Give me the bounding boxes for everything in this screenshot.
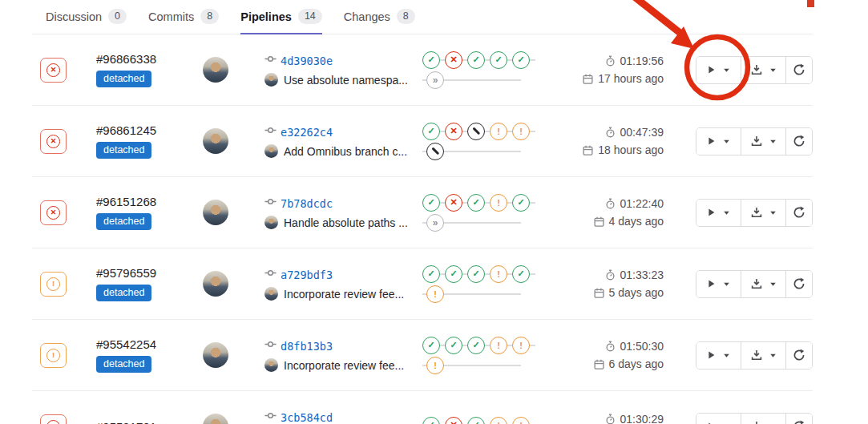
stage-success-icon[interactable]: ✓	[512, 51, 530, 69]
commit-author-avatar[interactable]	[264, 287, 278, 301]
pipeline-status-badge-warning[interactable]: !	[40, 272, 67, 297]
manual-play-button[interactable]	[696, 57, 741, 83]
stage-success-icon[interactable]: ✓	[422, 194, 440, 212]
stage-warning-icon[interactable]: !	[490, 337, 507, 354]
download-artifacts-button[interactable]	[741, 414, 786, 424]
retry-pipeline-button[interactable]	[786, 128, 812, 155]
retry-pipeline-button[interactable]	[786, 200, 812, 226]
stage-warning-icon[interactable]: !	[426, 357, 444, 374]
manual-play-button[interactable]	[696, 414, 741, 424]
stage-success-icon[interactable]: ✓	[512, 265, 530, 283]
commit-sha-link[interactable]: d8fb13b3	[281, 340, 333, 353]
stage-success-icon[interactable]: ✓	[467, 265, 485, 283]
stage-success-icon[interactable]: ✓	[422, 123, 440, 140]
stage-connector	[444, 222, 521, 224]
stage-warning-icon[interactable]: !	[490, 265, 507, 283]
stage-failed-icon[interactable]: ✕	[445, 417, 462, 424]
pipeline-id-link[interactable]: #96861245	[96, 123, 156, 137]
triggerer-avatar[interactable]	[203, 342, 228, 368]
stage-success-icon[interactable]: ✓	[467, 417, 485, 424]
tab-count-badge: 14	[298, 9, 322, 24]
commit-message-link[interactable]: Handle absolute paths ...	[284, 216, 408, 229]
commit-sha-link[interactable]: 3cb584cd	[281, 411, 333, 424]
pipeline-id-link[interactable]: #96151268	[96, 195, 156, 208]
commit-message-link[interactable]: Add Omnibus branch c...	[284, 145, 407, 158]
commit-author-avatar[interactable]	[264, 358, 278, 372]
commit-author-avatar[interactable]	[264, 144, 278, 158]
stage-success-icon[interactable]: ✓	[467, 51, 485, 69]
commit-sha-link[interactable]: a729bdf3	[281, 269, 333, 281]
stage-failed-icon[interactable]: ✕	[445, 51, 462, 69]
tab-changes[interactable]: Changes 8	[344, 0, 415, 34]
download-artifacts-button[interactable]	[741, 271, 786, 297]
pipeline-status-badge-failed[interactable]: ✕	[40, 129, 67, 154]
pipeline-status-badge-failed[interactable]: ✕	[40, 200, 67, 225]
calendar-icon	[594, 359, 604, 369]
stage-warning-icon[interactable]: !	[512, 337, 530, 354]
retry-pipeline-button[interactable]	[786, 57, 812, 83]
triggerer-avatar[interactable]	[203, 414, 228, 424]
commit-author-avatar[interactable]	[264, 216, 278, 229]
tab-pipelines[interactable]: Pipelines 14	[240, 0, 322, 34]
triggerer-avatar[interactable]	[203, 128, 228, 154]
triggerer-avatar[interactable]	[203, 200, 228, 225]
pipeline-age: 5 days ago	[609, 286, 664, 299]
download-artifacts-button[interactable]	[741, 57, 786, 83]
tab-commits[interactable]: Commits 8	[148, 0, 219, 34]
commit-message-link[interactable]: Incorporate review fee...	[284, 359, 404, 372]
stage-success-icon[interactable]: ✓	[467, 194, 485, 212]
stage-failed-icon[interactable]: ✕	[445, 194, 462, 212]
pipeline-id-link[interactable]: #95531701	[96, 420, 156, 424]
status-icon: ✕	[46, 206, 60, 220]
stage-skipped-icon[interactable]: »	[426, 214, 444, 232]
download-artifacts-button[interactable]	[741, 200, 786, 226]
manual-play-button[interactable]	[696, 200, 741, 226]
retry-pipeline-button[interactable]	[786, 342, 812, 369]
stage-success-icon[interactable]: ✓	[467, 337, 485, 354]
retry-pipeline-button[interactable]	[786, 414, 812, 424]
tab-discussion[interactable]: Discussion 0	[46, 0, 127, 34]
stage-failed-icon[interactable]: ✕	[445, 123, 462, 140]
stage-warning-icon[interactable]: !	[512, 417, 530, 424]
stage-canceled-icon[interactable]	[426, 143, 444, 160]
stage-warning-icon[interactable]: !	[490, 123, 507, 140]
stage-success-icon[interactable]: ✓	[445, 337, 462, 354]
pipeline-id-link[interactable]: #95542254	[96, 337, 156, 351]
retry-pipeline-button[interactable]	[786, 271, 812, 297]
stage-success-icon[interactable]: ✓	[422, 417, 440, 424]
manual-play-button[interactable]	[696, 271, 741, 297]
stage-skipped-icon[interactable]: »	[426, 71, 444, 89]
pipeline-status-badge-warning[interactable]: !	[40, 343, 67, 368]
pipeline-status-badge-failed[interactable]: ✕	[40, 58, 67, 83]
commit-sha-link[interactable]: 7b78dcdc	[281, 197, 333, 210]
stage-warning-icon[interactable]: !	[490, 417, 507, 424]
manual-play-button[interactable]	[696, 128, 741, 155]
commit-sha-link[interactable]: 4d39030e	[281, 55, 333, 67]
pipeline-status-badge-failed[interactable]: ✕	[40, 414, 67, 424]
commit-message-link[interactable]: Use absolute namespa...	[284, 74, 408, 87]
commit-icon	[264, 196, 277, 211]
stage-success-icon[interactable]: ✓	[422, 337, 440, 354]
mini-pipeline-graph: ✓✕!!	[422, 123, 543, 160]
triggerer-avatar[interactable]	[203, 57, 228, 83]
stage-canceled-icon[interactable]	[467, 123, 485, 140]
stage-warning-icon[interactable]: !	[490, 194, 507, 212]
stage-warning-icon[interactable]: !	[512, 123, 530, 140]
stage-warning-icon[interactable]: !	[426, 285, 444, 303]
stage-success-icon[interactable]: ✓	[445, 265, 462, 283]
stage-success-icon[interactable]: ✓	[422, 265, 440, 283]
commit-sha-link[interactable]: e32262c4	[281, 126, 333, 139]
stage-success-icon[interactable]: ✓	[422, 51, 440, 69]
pipeline-id-link[interactable]: #96866338	[96, 52, 156, 66]
stage-success-icon[interactable]: ✓	[490, 51, 507, 69]
download-artifacts-button[interactable]	[741, 128, 786, 155]
triggerer-avatar[interactable]	[203, 271, 228, 297]
manual-play-button[interactable]	[696, 342, 741, 369]
commit-author-avatar[interactable]	[264, 73, 278, 87]
pipeline-age: 4 days ago	[609, 215, 664, 228]
commit-message-link[interactable]: Incorporate review fee...	[284, 288, 404, 301]
pipeline-duration: 01:50:30	[620, 340, 664, 353]
download-artifacts-button[interactable]	[741, 342, 786, 369]
stage-success-icon[interactable]: ✓	[512, 194, 530, 212]
pipeline-id-link[interactable]: #95796559	[96, 266, 156, 280]
